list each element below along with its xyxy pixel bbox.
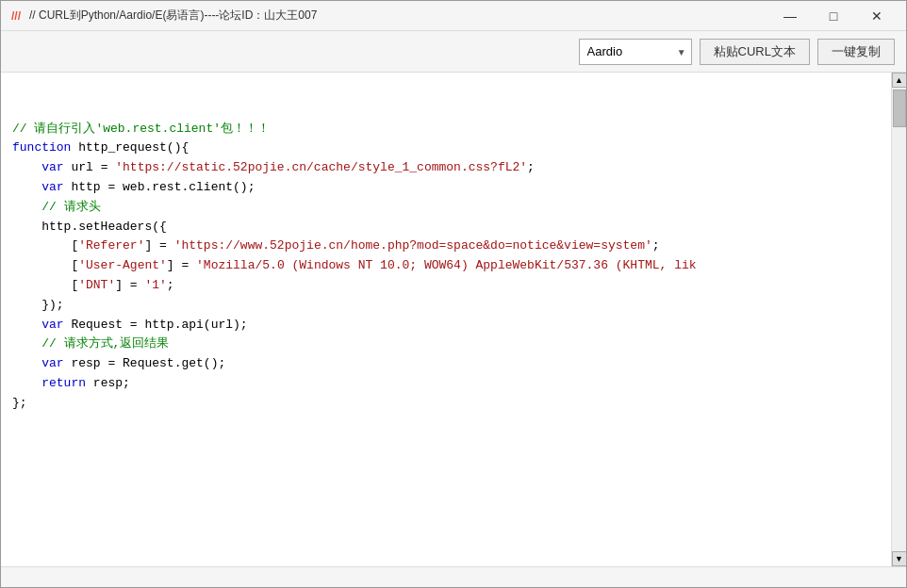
minimize-button[interactable]: — [768, 1, 812, 31]
code-editor[interactable]: // 请自行引入'web.rest.client'包！！！ function h… [1, 73, 891, 566]
copy-button[interactable]: 一键复制 [817, 39, 895, 65]
language-select-wrapper[interactable]: Aardio Python E(易语言) [579, 39, 692, 65]
main-window: /// // CURL到Python/Aardio/E(易语言)----论坛ID… [0, 0, 907, 588]
maximize-button[interactable]: □ [812, 1, 855, 31]
close-button[interactable]: ✕ [855, 1, 899, 31]
scroll-up-arrow[interactable]: ▲ [892, 73, 907, 88]
status-bar [1, 566, 906, 587]
window-title: // CURL到Python/Aardio/E(易语言)----论坛ID：山大王… [29, 8, 768, 24]
title-bar: /// // CURL到Python/Aardio/E(易语言)----论坛ID… [1, 1, 906, 31]
language-select[interactable]: Aardio Python E(易语言) [579, 39, 692, 65]
code-content: // 请自行引入'web.rest.client'包！！！ function h… [12, 120, 880, 414]
window-controls: — □ ✕ [768, 1, 899, 31]
scroll-down-arrow[interactable]: ▼ [892, 551, 907, 566]
scroll-track[interactable] [892, 88, 906, 551]
content-area: // 请自行引入'web.rest.client'包！！！ function h… [1, 73, 906, 566]
toolbar: Aardio Python E(易语言) 粘贴CURL文本 一键复制 [1, 31, 906, 73]
scroll-thumb[interactable] [893, 90, 906, 127]
vertical-scrollbar[interactable]: ▲ ▼ [891, 73, 906, 566]
paste-curl-button[interactable]: 粘贴CURL文本 [700, 39, 810, 65]
app-icon: /// [8, 8, 24, 24]
